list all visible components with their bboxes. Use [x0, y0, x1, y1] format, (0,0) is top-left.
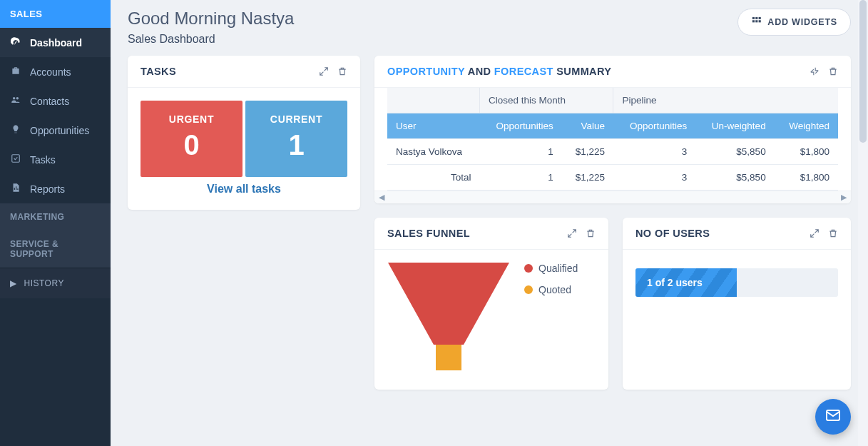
col-value[interactable]: Value: [562, 113, 613, 139]
briefcase-icon: [10, 66, 21, 78]
group-header-closed: Closed this Month: [479, 88, 613, 113]
add-widgets-label: ADD WIDGETS: [767, 17, 837, 27]
funnel-stage-qualified: [388, 263, 509, 345]
trash-icon[interactable]: [586, 228, 596, 238]
svg-rect-1: [752, 17, 755, 19]
expand-icon[interactable]: [810, 228, 820, 238]
trash-icon[interactable]: [828, 228, 838, 238]
expand-icon[interactable]: [319, 66, 329, 76]
sidebar-section-service[interactable]: SERVICE & SUPPORT: [0, 230, 111, 268]
opportunity-table: Closed this Month Pipeline User Opportun…: [387, 88, 838, 191]
users-progress-bar: 1 of 2 users: [635, 268, 838, 297]
col-user[interactable]: User: [387, 113, 479, 139]
chat-fab-button[interactable]: [815, 399, 851, 435]
scrollbar-thumb[interactable]: [859, 0, 867, 143]
svg-rect-4: [752, 20, 755, 22]
col-opportunities[interactable]: Opportunities: [479, 113, 561, 139]
table-total-row: Total 1 $1,225 3 $5,850 $1,800: [387, 165, 838, 191]
legend-item-quoted[interactable]: Quoted: [524, 284, 596, 295]
legend-item-qualified[interactable]: Qualified: [524, 263, 596, 274]
caret-right-icon: ▶: [10, 278, 17, 288]
opportunity-summary-widget: OPPORTUNITY AND FORECAST SUMMARY: [374, 56, 851, 203]
sidebar-item-label: Opportunities: [30, 125, 89, 136]
widget-title: OPPORTUNITY AND FORECAST SUMMARY: [387, 66, 611, 77]
mail-icon: [824, 407, 842, 427]
report-icon: [10, 183, 21, 195]
tile-count: 1: [245, 129, 347, 161]
expand-icon[interactable]: [567, 228, 577, 238]
col-opportunities-pipeline[interactable]: Opportunities: [613, 113, 695, 139]
svg-rect-2: [756, 17, 758, 19]
sidebar-item-opportunities[interactable]: Opportunities: [0, 116, 111, 145]
users-icon: [10, 95, 21, 107]
legend-dot-icon: [524, 264, 533, 273]
sidebar-section-marketing[interactable]: MARKETING: [0, 203, 111, 230]
sidebar-item-label: Reports: [30, 183, 65, 195]
table-scroll-footer[interactable]: ◀ ▶: [374, 191, 851, 203]
sidebar-item-label: Accounts: [30, 66, 71, 78]
sidebar-item-tasks[interactable]: Tasks: [0, 145, 111, 174]
sidebar-section-sales[interactable]: SALES: [0, 0, 111, 28]
legend-dot-icon: [524, 285, 533, 294]
tile-count: 0: [141, 129, 242, 161]
sales-funnel-widget: SALES FUNNEL: [374, 218, 608, 390]
check-square-icon: [10, 153, 21, 166]
svg-rect-6: [759, 20, 761, 22]
svg-rect-0: [12, 155, 20, 163]
collapse-icon[interactable]: [810, 66, 820, 76]
tasks-widget: TASKS URGENT: [128, 56, 360, 210]
sidebar-item-accounts[interactable]: Accounts: [0, 57, 111, 86]
widget-title: TASKS: [141, 66, 176, 77]
sidebar-item-contacts[interactable]: Contacts: [0, 86, 111, 116]
sidebar-item-reports[interactable]: Reports: [0, 174, 111, 203]
col-weighted[interactable]: Weighted: [775, 113, 838, 139]
page-scrollbar[interactable]: [858, 0, 868, 446]
users-widget: NO OF USERS: [623, 218, 851, 390]
sidebar-item-label: HISTORY: [24, 278, 64, 288]
main-content: Good Morning Nastya Sales Dashboard ADD …: [111, 0, 868, 446]
trash-icon[interactable]: [337, 66, 347, 76]
page-subtitle: Sales Dashboard: [128, 33, 294, 46]
svg-rect-5: [756, 20, 758, 22]
funnel-stage-quoted: [436, 345, 461, 370]
widget-title: NO OF USERS: [635, 228, 710, 239]
sidebar-item-label: Contacts: [30, 96, 69, 107]
sidebar-item-label: Tasks: [30, 154, 56, 166]
tasks-urgent-tile[interactable]: URGENT 0: [141, 101, 242, 177]
svg-rect-3: [759, 17, 761, 19]
dashboard-icon: [10, 36, 21, 49]
funnel-chart: [387, 263, 510, 377]
trash-icon[interactable]: [828, 66, 838, 76]
grid-icon: [751, 16, 762, 29]
group-header-pipeline: Pipeline: [613, 88, 838, 113]
users-progress-fill: 1 of 2 users: [635, 268, 737, 297]
tile-label: CURRENT: [245, 113, 347, 125]
sidebar-item-label: Dashboard: [30, 37, 82, 49]
sidebar-item-history[interactable]: ▶ HISTORY: [0, 268, 111, 298]
lightbulb-icon: [10, 124, 21, 136]
scroll-left-icon[interactable]: ◀: [376, 193, 387, 202]
page-title: Good Morning Nastya: [128, 9, 294, 29]
scroll-right-icon[interactable]: ▶: [838, 193, 849, 202]
tile-label: URGENT: [141, 113, 242, 125]
tasks-current-tile[interactable]: CURRENT 1: [245, 101, 347, 177]
view-all-tasks-link[interactable]: View all tasks: [141, 177, 347, 197]
add-widgets-button[interactable]: ADD WIDGETS: [737, 9, 851, 36]
sidebar-item-dashboard[interactable]: Dashboard: [0, 28, 111, 57]
col-unweighted[interactable]: Un-weighted: [695, 113, 774, 139]
funnel-legend: Qualified Quoted: [524, 263, 596, 377]
sidebar: SALES Dashboard Accounts Contacts: [0, 0, 111, 446]
widget-title: SALES FUNNEL: [387, 228, 470, 239]
table-row[interactable]: Nastya Volkova 1 $1,225 3 $5,850 $1,800: [387, 139, 838, 165]
